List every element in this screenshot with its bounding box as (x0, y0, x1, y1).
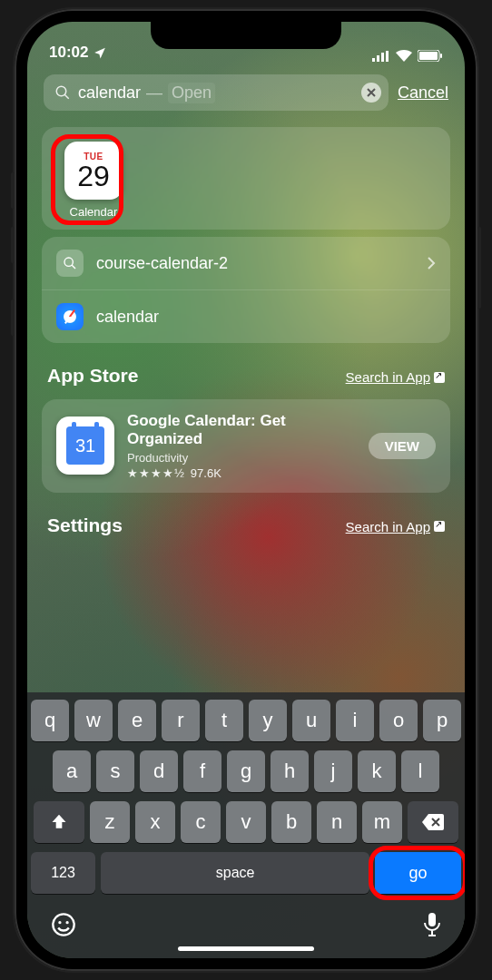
kb-row-4: 123 space go (31, 852, 461, 894)
emoji-key[interactable] (51, 912, 76, 937)
key-e[interactable]: e (118, 700, 156, 741)
numbers-key[interactable]: 123 (31, 852, 95, 894)
key-k[interactable]: k (358, 750, 396, 792)
external-icon (434, 521, 445, 532)
search-hint: Open (168, 83, 215, 103)
key-d[interactable]: d (140, 750, 178, 792)
external-icon (434, 372, 445, 383)
go-key[interactable]: go (375, 852, 461, 894)
suggestion-row[interactable]: calendar (42, 289, 450, 343)
svg-rect-2 (381, 53, 384, 62)
key-c[interactable]: c (181, 801, 221, 843)
safari-icon (56, 303, 84, 330)
appstore-result[interactable]: 31 Google Calendar: Get Organized Produc… (42, 399, 450, 493)
svg-rect-0 (372, 58, 375, 62)
screen: 10:02 calendar — Open (27, 22, 465, 958)
key-q[interactable]: q (31, 700, 69, 741)
search-icon (56, 250, 84, 277)
key-g[interactable]: g (227, 750, 265, 792)
svg-point-12 (58, 921, 61, 924)
key-w[interactable]: w (74, 700, 113, 741)
svg-rect-14 (428, 913, 436, 926)
clear-button[interactable] (361, 83, 381, 103)
svg-point-11 (53, 914, 74, 935)
keyboard: qwertyuiop asdfghjkl zxcvbnm 123 space g… (27, 692, 465, 958)
key-x[interactable]: x (135, 801, 175, 843)
key-m[interactable]: m (362, 801, 402, 843)
app-result-calendar[interactable]: TUE 29 Calendar (58, 142, 129, 219)
wifi-icon (396, 50, 412, 62)
svg-point-13 (65, 921, 68, 924)
suggestion-text: course-calendar-2 (96, 254, 228, 273)
space-key[interactable]: space (101, 852, 369, 894)
search-row: calendar — Open Cancel (27, 64, 465, 120)
key-y[interactable]: y (249, 700, 287, 741)
svg-line-8 (64, 94, 69, 99)
search-icon (54, 84, 71, 101)
kb-row-1: qwertyuiop (31, 700, 461, 741)
suggestion-row[interactable]: course-calendar-2 (42, 237, 450, 289)
dictation-key[interactable] (423, 912, 441, 937)
key-a[interactable]: a (53, 750, 91, 792)
svg-line-10 (72, 265, 75, 269)
app-category: Productivity (127, 451, 356, 465)
key-i[interactable]: i (336, 700, 374, 741)
svg-point-7 (56, 86, 66, 96)
search-field[interactable]: calendar — Open (44, 74, 389, 111)
key-o[interactable]: o (379, 700, 418, 741)
key-t[interactable]: t (205, 700, 243, 741)
key-n[interactable]: n (317, 801, 357, 843)
suggestions-panel: course-calendar-2 calendar (42, 237, 450, 343)
backspace-key[interactable] (408, 801, 458, 843)
svg-rect-1 (377, 55, 379, 62)
status-time: 10:02 (49, 44, 88, 62)
key-u[interactable]: u (292, 700, 330, 741)
section-header-settings: Settings Search in App (27, 500, 465, 542)
search-query: calendar (78, 83, 141, 103)
key-f[interactable]: f (183, 750, 221, 792)
key-v[interactable]: v (226, 801, 266, 843)
search-in-app-link[interactable]: Search in App (346, 519, 445, 534)
chevron-right-icon (427, 256, 436, 270)
key-h[interactable]: h (271, 750, 309, 792)
shift-key[interactable] (34, 801, 84, 843)
cellular-icon (372, 51, 390, 62)
google-calendar-icon: 31 (56, 416, 114, 475)
key-r[interactable]: r (162, 700, 200, 741)
key-j[interactable]: j (314, 750, 352, 792)
kb-row-2: asdfghjkl (31, 750, 461, 792)
key-p[interactable]: p (423, 700, 461, 741)
top-results-panel: TUE 29 Calendar (42, 127, 450, 230)
section-title: App Store (47, 365, 138, 387)
cancel-button[interactable]: Cancel (398, 83, 448, 103)
phone-frame: 10:02 calendar — Open (15, 9, 477, 971)
key-b[interactable]: b (271, 801, 311, 843)
svg-rect-5 (419, 52, 438, 60)
search-in-app-link[interactable]: Search in App (346, 369, 445, 385)
view-button[interactable]: VIEW (369, 433, 436, 459)
section-header-appstore: App Store Search in App (27, 350, 465, 392)
svg-rect-6 (440, 54, 442, 58)
section-title: Settings (47, 514, 123, 536)
annotation-highlight (51, 134, 123, 225)
home-indicator[interactable] (178, 946, 314, 951)
key-s[interactable]: s (96, 750, 134, 792)
notch (151, 20, 341, 49)
annotation-highlight (369, 846, 465, 900)
key-z[interactable]: z (90, 801, 130, 843)
location-icon (93, 46, 106, 59)
battery-icon (418, 50, 443, 62)
key-l[interactable]: l (401, 750, 439, 792)
kb-row-3: zxcvbnm (31, 801, 461, 843)
suggestion-text: calendar (96, 308, 159, 327)
star-rating: ★★★★½ (127, 466, 185, 480)
svg-rect-3 (386, 51, 389, 62)
rating-count: 97.6K (191, 466, 221, 480)
svg-point-9 (64, 258, 73, 266)
app-name: Google Calendar: Get Organized (127, 412, 356, 449)
